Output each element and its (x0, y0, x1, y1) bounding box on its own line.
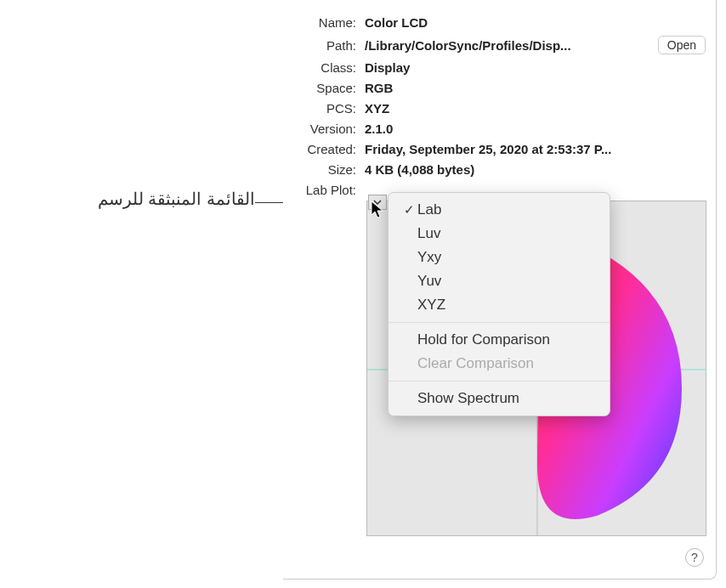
chevron-down-icon (373, 199, 382, 206)
version-value: 2.1.0 (365, 122, 706, 136)
menu-item-lab[interactable]: ✓ Lab (389, 198, 610, 222)
menu-item-xyz[interactable]: XYZ (389, 293, 610, 317)
pcs-value: XYZ (365, 101, 706, 116)
menu-item-show-spectrum[interactable]: Show Spectrum (389, 387, 610, 410)
name-label: Name: (290, 15, 356, 30)
version-label: Version: (290, 122, 356, 136)
help-button[interactable]: ? (685, 548, 704, 567)
created-value: Friday, September 25, 2020 at 2:53:37 P.… (365, 142, 706, 156)
size-value: 4 KB (4,088 bytes) (365, 162, 706, 177)
space-value: RGB (365, 81, 706, 95)
menu-item-yuv[interactable]: Yuv (389, 269, 610, 293)
size-label: Size: (290, 162, 356, 177)
name-value: Color LCD (365, 15, 706, 30)
check-icon: ✓ (400, 202, 417, 218)
labplot-dropdown-trigger[interactable] (368, 195, 387, 210)
menu-item-hold-comparison[interactable]: Hold for Comparison (389, 328, 610, 352)
menu-item-label: Clear Comparison (417, 355, 534, 372)
path-value: /Library/ColorSync/Profiles/Disp... (365, 38, 649, 53)
pcs-label: PCS: (290, 101, 356, 116)
menu-separator (389, 381, 610, 382)
menu-item-label: XYZ (417, 297, 445, 314)
path-label: Path: (290, 38, 356, 53)
info-grid: Name: Color LCD Path: /Library/ColorSync… (290, 15, 706, 197)
open-button[interactable]: Open (658, 36, 706, 54)
annotation-label: القائمة المنبثقة للرسم (9, 189, 255, 209)
labplot-popup-menu: ✓ Lab Luv Yxy Yuv XYZ Hold for Compariso… (388, 192, 610, 416)
labplot-label: Lab Plot: (290, 183, 356, 197)
class-value: Display (365, 60, 706, 75)
class-label: Class: (290, 60, 356, 75)
menu-item-label: Show Spectrum (417, 390, 519, 407)
menu-item-label: Hold for Comparison (417, 331, 550, 348)
space-label: Space: (290, 81, 356, 95)
menu-item-clear-comparison: Clear Comparison (389, 352, 610, 376)
menu-item-label: Luv (417, 225, 440, 242)
menu-item-yxy[interactable]: Yxy (389, 246, 610, 269)
created-label: Created: (290, 142, 356, 156)
menu-separator (389, 322, 610, 323)
menu-item-label: Yxy (417, 249, 441, 266)
menu-item-label: Yuv (417, 273, 441, 290)
menu-item-label: Lab (417, 201, 441, 218)
menu-item-luv[interactable]: Luv (389, 222, 610, 246)
